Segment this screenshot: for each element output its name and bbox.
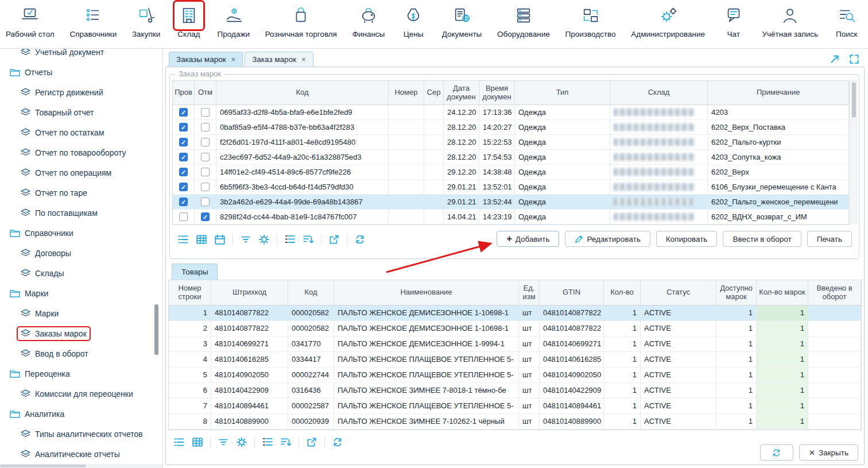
numbered-list-icon[interactable] bbox=[260, 435, 275, 450]
product-row[interactable]: 1 4810140877822 000020582 ПАЛЬТО ЖЕНСКОЕ… bbox=[169, 305, 861, 321]
toolbar-item-administration[interactable]: Администрирование bbox=[629, 3, 707, 38]
edit-button[interactable]: Редактировать bbox=[565, 231, 650, 247]
product-row[interactable]: 6 4810140422909 0316436 ПАЛЬТО ЖЕНСКОЕ З… bbox=[169, 383, 861, 399]
column-header-entered-circulation[interactable]: Введено в оборот bbox=[808, 280, 861, 305]
sidebar-item[interactable]: Марки bbox=[0, 283, 162, 303]
cancelled-checkbox[interactable] bbox=[201, 183, 210, 191]
sort-icon[interactable] bbox=[301, 232, 316, 247]
cancelled-checkbox[interactable] bbox=[201, 123, 210, 131]
refresh-button[interactable] bbox=[760, 444, 793, 461]
order-row[interactable]: c23ec697-6d52-44a9-a20c-61a328875ed3 28.… bbox=[173, 150, 849, 165]
gear-icon[interactable] bbox=[257, 232, 272, 247]
numbered-list-icon[interactable] bbox=[282, 232, 297, 247]
sidebar-item[interactable]: Регистр движений bbox=[0, 82, 162, 102]
sidebar-item[interactable]: Договоры bbox=[0, 243, 162, 263]
cancelled-checkbox[interactable] bbox=[201, 108, 210, 117]
toolbar-item-sales[interactable]: Продажи bbox=[215, 3, 252, 38]
product-row[interactable]: 8 4810140889900 000020939 ПАЛЬТО ЖЕНСКОЕ… bbox=[169, 414, 861, 430]
export-icon[interactable] bbox=[327, 232, 342, 247]
close-button[interactable]: ✕ Закрыть bbox=[799, 444, 858, 461]
sidebar-item[interactable]: Переоценка bbox=[0, 363, 162, 384]
order-row[interactable]: 0baf85a9-e5f4-4788-b37e-bb63a4f2f283 28.… bbox=[173, 120, 849, 135]
sidebar-item[interactable]: Типы аналитических отчетов bbox=[0, 424, 162, 444]
column-header-status[interactable]: Статус bbox=[641, 280, 716, 305]
tab-close-icon[interactable]: × bbox=[231, 55, 236, 64]
order-row[interactable]: 14ff01e2-cf49-4514-89c6-8577cf9fe226 29.… bbox=[173, 165, 849, 180]
reload-icon[interactable] bbox=[330, 435, 345, 450]
toolbar-item-production[interactable]: Производство bbox=[563, 3, 618, 38]
sidebar-item[interactable]: Отчет по таре bbox=[0, 183, 162, 203]
processed-checkbox[interactable] bbox=[179, 168, 188, 176]
column-header-cancelled[interactable]: Отм bbox=[195, 81, 216, 105]
scrollbar-thumb[interactable] bbox=[852, 82, 856, 118]
processed-checkbox[interactable] bbox=[179, 138, 188, 146]
toolbar-item-account[interactable]: Учётная запись bbox=[760, 3, 820, 38]
column-header-series[interactable]: Сер bbox=[424, 81, 444, 105]
table-view-icon[interactable] bbox=[194, 232, 209, 247]
sidebar-item[interactable]: Ввод в оборот bbox=[0, 343, 162, 363]
sidebar-item[interactable]: Отчеты bbox=[0, 62, 162, 82]
fullscreen-icon[interactable] bbox=[848, 53, 860, 67]
order-row[interactable]: f2f26d01-197d-411f-a801-4e8cd9195480 28.… bbox=[173, 135, 849, 150]
tab-close-icon[interactable]: × bbox=[301, 55, 306, 64]
order-row[interactable]: 8298f24d-cc44-4bab-81e9-1c84767fc007 14.… bbox=[173, 210, 849, 225]
order-row[interactable]: 3b2a462d-e629-44a4-99de-69a48b143867 29.… bbox=[173, 195, 849, 210]
sidebar-horizontal-scrollbar[interactable] bbox=[0, 464, 163, 468]
tab-orders-list[interactable]: Заказы марок × bbox=[169, 52, 243, 67]
cancelled-checkbox[interactable] bbox=[201, 212, 210, 221]
column-header-warehouse[interactable]: Склад bbox=[610, 81, 708, 105]
filter-icon[interactable] bbox=[216, 435, 231, 450]
calendar-icon[interactable] bbox=[212, 232, 227, 247]
print-button[interactable]: Печать bbox=[807, 231, 852, 247]
toolbar-item-documents[interactable]: Документы bbox=[440, 3, 485, 38]
column-header-row-number[interactable]: Номер строки bbox=[169, 280, 211, 305]
gear-icon[interactable] bbox=[234, 435, 249, 450]
product-row[interactable]: 7 4810140894461 000022587 ПАЛЬТО ЖЕНСКОЕ… bbox=[169, 399, 861, 414]
column-header-note[interactable]: Примечание bbox=[708, 81, 849, 105]
column-header-barcode[interactable]: Штрихкод bbox=[211, 280, 288, 305]
sidebar-item[interactable]: Отчет по остаткам bbox=[0, 122, 162, 142]
sidebar-item[interactable]: Учетный документ bbox=[0, 49, 162, 62]
reload-icon[interactable] bbox=[352, 232, 367, 247]
cancelled-checkbox[interactable] bbox=[201, 168, 210, 176]
filter-icon[interactable] bbox=[238, 232, 253, 247]
sidebar-item[interactable]: Аналитические отчеты bbox=[0, 444, 162, 464]
column-header-gtin[interactable]: GTIN bbox=[540, 280, 604, 305]
scrollbar-thumb[interactable] bbox=[0, 465, 86, 467]
list-view-icon[interactable] bbox=[176, 232, 191, 247]
sidebar-item[interactable]: По поставщикам bbox=[0, 203, 162, 223]
column-header-number[interactable]: Номер bbox=[389, 81, 424, 105]
processed-checkbox[interactable] bbox=[179, 108, 188, 117]
cancelled-checkbox[interactable] bbox=[201, 153, 210, 161]
sidebar-item[interactable]: Склады bbox=[0, 263, 162, 283]
product-row[interactable]: 5 4810140902050 000022744 ПАЛЬТО ЖЕНСКОЕ… bbox=[169, 368, 861, 383]
copy-button[interactable]: Копировать bbox=[656, 231, 718, 247]
column-header-time[interactable]: Время докумен bbox=[479, 81, 515, 105]
column-header-processed[interactable]: Пров bbox=[173, 81, 195, 105]
toolbar-item-warehouse[interactable]: Склад bbox=[173, 3, 204, 38]
export-icon[interactable] bbox=[304, 435, 319, 450]
column-header-name[interactable]: Наименование bbox=[334, 280, 519, 305]
product-row[interactable]: 4 4810140616285 0334417 ПАЛЬТО ЖЕНСКОЕ П… bbox=[169, 352, 861, 368]
add-button[interactable]: + Добавить bbox=[497, 231, 559, 247]
cancelled-checkbox[interactable] bbox=[201, 138, 210, 146]
orders-vertical-scrollbar[interactable] bbox=[851, 80, 857, 224]
column-header-date[interactable]: Дата докумен bbox=[444, 81, 479, 105]
sidebar-item[interactable]: Справочники bbox=[0, 223, 162, 243]
column-header-marks-count[interactable]: Кол-во марок bbox=[757, 280, 808, 305]
product-row[interactable]: 3 4810140699271 0341770 ПАЛЬТО ЖЕНСКОЕ Д… bbox=[169, 337, 861, 352]
sidebar-item[interactable]: Отчет по операциям bbox=[0, 163, 162, 183]
toolbar-item-references[interactable]: Справочники bbox=[67, 3, 119, 38]
toolbar-item-retail[interactable]: Розничная торговля bbox=[263, 3, 339, 38]
toolbar-item-chat[interactable]: Чат bbox=[718, 3, 749, 38]
table-view-icon[interactable] bbox=[190, 435, 205, 450]
sidebar-vertical-scrollbar[interactable] bbox=[154, 304, 158, 355]
column-header-unit[interactable]: Ед. изм bbox=[519, 280, 540, 305]
sidebar-item[interactable]: Товарный отчет bbox=[0, 102, 162, 122]
processed-checkbox[interactable] bbox=[179, 183, 188, 191]
cancelled-checkbox[interactable] bbox=[201, 198, 210, 206]
processed-checkbox[interactable] bbox=[179, 198, 188, 206]
column-header-qty[interactable]: Кол-во bbox=[604, 280, 641, 305]
processed-checkbox[interactable] bbox=[179, 153, 188, 161]
list-view-icon[interactable] bbox=[172, 435, 187, 450]
